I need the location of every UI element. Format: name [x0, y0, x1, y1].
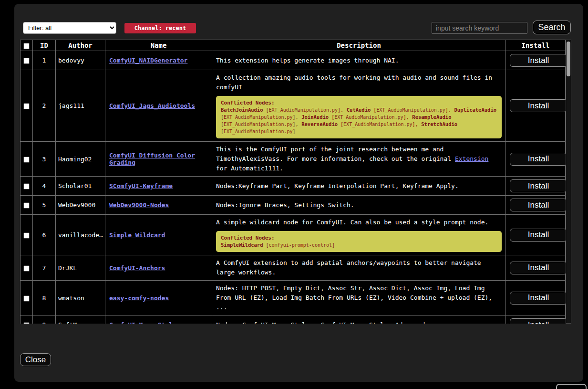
row-install-cell: Install — [506, 196, 566, 215]
row-author: Haoming02 — [56, 142, 105, 177]
row-id: 1 — [33, 51, 56, 70]
row-checkbox-cell — [21, 215, 33, 255]
row-install-cell: Install — [506, 142, 566, 177]
row-checkbox[interactable] — [23, 157, 30, 163]
row-install-cell: Install — [506, 255, 566, 281]
table-row: 2jags111ComfyUI_Jags_AudiotoolsA collect… — [21, 70, 566, 142]
description-text: A collection amazing audio tools for wor… — [216, 73, 502, 92]
filter-select[interactable]: Filter: all — [23, 22, 116, 34]
table-scrollbar-thumb[interactable] — [567, 42, 570, 76]
custom-nodes-table: ID Author Name Description Install 1bedo… — [20, 40, 566, 324]
description-text: Nodes: HTTP POST, Empty Dict, Assoc Str,… — [216, 284, 502, 312]
row-checkbox[interactable] — [23, 265, 30, 272]
row-author: wmatson — [56, 281, 105, 315]
conflict-node-name: JoinAudio — [301, 114, 329, 120]
install-button[interactable]: Install — [510, 292, 567, 305]
conflict-node-source: [comfyui-prompt-control] — [263, 242, 335, 248]
row-checkbox-cell — [21, 177, 33, 196]
row-checkbox[interactable] — [23, 103, 30, 109]
row-description: A ComfyUI extension to add spatial ancho… — [212, 255, 506, 281]
install-button[interactable]: Install — [510, 54, 567, 67]
row-checkbox[interactable] — [23, 202, 30, 209]
row-id: 3 — [33, 142, 56, 177]
conflict-node-name: SimpleWildcard — [221, 242, 263, 248]
table-row: 1bedovyyComfyUI_NAIDGeneratorThis extens… — [21, 51, 566, 70]
row-install-cell: Install — [506, 281, 566, 315]
background-partial-button — [556, 384, 587, 389]
search-input[interactable] — [432, 22, 527, 34]
install-button[interactable]: Install — [510, 318, 567, 324]
row-id: 5 — [33, 196, 56, 215]
table-header-row: ID Author Name Description Install — [21, 40, 566, 51]
close-button[interactable]: Close — [20, 353, 51, 366]
node-name-link[interactable]: ComfyUI Diffusion Color Grading — [109, 152, 195, 166]
custom-nodes-dialog: Filter: all Channel: recent Search ID Au… — [14, 4, 583, 382]
row-author: WebDev9000 — [56, 196, 105, 215]
conflict-node-name: BatchJoinAudio — [221, 107, 263, 113]
row-name-cell: ComfyUI_Mexx_Styler — [105, 315, 212, 324]
row-description: Nodes:Ignore Braces, Settings Switch. — [212, 196, 506, 215]
description-link[interactable]: Extension — [455, 155, 488, 162]
description-text: Nodes:Keyframe Part, Keyframe Interpolat… — [216, 181, 502, 191]
node-name-link[interactable]: ComfyUI_Mexx_Styler — [109, 321, 180, 324]
install-button[interactable]: Install — [510, 199, 567, 211]
row-description: Nodes: HTTP POST, Empty Dict, Assoc Str,… — [212, 281, 506, 315]
conflict-node-source: [EXT_AudioManipulation.py] — [221, 115, 296, 120]
row-description: Nodes:Keyframe Part, Keyframe Interpolat… — [212, 177, 506, 196]
node-name-link[interactable]: ComfyUI_Jags_Audiotools — [109, 102, 195, 109]
conflict-node-source: [EXT_AudioManipulation.py] — [221, 122, 296, 127]
select-all-checkbox[interactable] — [23, 43, 30, 49]
conflict-node-name: CutAudio — [347, 107, 371, 113]
col-header-description: Description — [212, 40, 506, 51]
install-button[interactable]: Install — [510, 153, 567, 166]
row-install-cell: Install — [506, 215, 566, 255]
row-install-cell: Install — [506, 315, 566, 324]
table-row: 8wmatsoneasy-comfy-nodesNodes: HTTP POST… — [21, 281, 566, 315]
node-name-link[interactable]: WebDev9000-Nodes — [109, 201, 169, 209]
node-name-link[interactable]: easy-comfy-nodes — [109, 294, 169, 302]
install-button[interactable]: Install — [510, 179, 567, 192]
install-button[interactable]: Install — [510, 262, 567, 274]
row-checkbox-cell — [21, 70, 33, 142]
install-button[interactable]: Install — [510, 99, 567, 112]
conflicted-nodes-box: Conflicted Nodes:SimpleWildcard [comfyui… — [216, 231, 502, 252]
conflicted-nodes-list: BatchJoinAudio [EXT_AudioManipulation.py… — [221, 106, 497, 135]
row-checkbox[interactable] — [23, 58, 30, 64]
col-header-name: Name — [105, 40, 212, 51]
row-checkbox[interactable] — [23, 232, 30, 239]
install-button[interactable]: Install — [510, 229, 567, 242]
conflict-node-source: [EXT_AudioManipulation.py] — [263, 107, 341, 113]
row-author: jags111 — [56, 70, 105, 142]
node-name-link[interactable]: ComfyUI-Anchors — [109, 264, 165, 272]
table-scrollbar[interactable] — [566, 40, 571, 324]
row-checkbox[interactable] — [23, 322, 30, 324]
channel-badge[interactable]: Channel: recent — [124, 23, 196, 33]
row-install-cell: Install — [506, 51, 566, 70]
node-name-link[interactable]: Simple Wildcard — [109, 231, 165, 239]
row-checkbox-cell — [21, 255, 33, 281]
description-text: Nodes: ComfyUI Mexx Styler, ComfyUI Mexx… — [216, 320, 502, 324]
row-checkbox[interactable] — [23, 295, 30, 302]
row-checkbox[interactable] — [23, 183, 30, 189]
row-id: 2 — [33, 70, 56, 142]
conflicted-nodes-title: Conflicted Nodes: — [221, 234, 497, 242]
description-text: Nodes:Ignore Braces, Settings Switch. — [216, 200, 502, 210]
table-row: 9SoftMengComfyUI_Mexx_StylerNodes: Comfy… — [21, 315, 566, 324]
search-button[interactable]: Search — [533, 21, 571, 34]
row-checkbox-cell — [21, 142, 33, 177]
conflict-node-name: DuplicateAudio — [454, 107, 497, 113]
row-name-cell: ComfyUI Diffusion Color Grading — [105, 142, 212, 177]
node-name-link[interactable]: SComfyUI-Keyframe — [109, 182, 173, 189]
row-author: DrJKL — [56, 255, 105, 281]
description-text: This is the ComfyUI port of the joint re… — [216, 145, 502, 173]
row-id: 8 — [33, 281, 56, 315]
row-author: bedovyy — [56, 51, 105, 70]
col-header-author: Author — [56, 40, 105, 51]
node-name-link[interactable]: ComfyUI_NAIDGenerator — [109, 57, 187, 64]
conflict-node-name: StretchAudio — [421, 121, 457, 127]
row-install-cell: Install — [506, 70, 566, 142]
row-id: 7 — [33, 255, 56, 281]
table-row: 6vanillacode…Simple WildcardA simple wil… — [21, 215, 566, 255]
col-header-install: Install — [506, 40, 566, 51]
table-row: 3Haoming02ComfyUI Diffusion Color Gradin… — [21, 142, 566, 177]
